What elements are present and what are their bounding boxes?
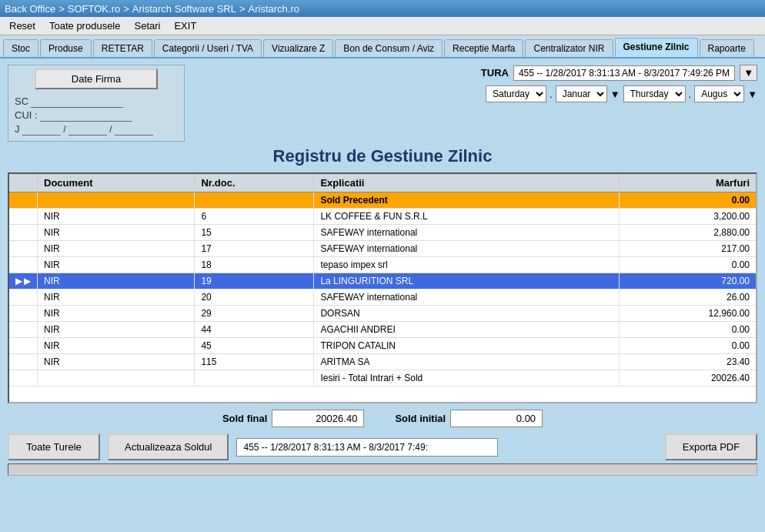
toate-turele-button[interactable]: Toate Turele bbox=[8, 433, 100, 460]
top-section: Date Firma SC CUI : J / / TURA 455 bbox=[8, 65, 757, 142]
titlebar-sep2: > bbox=[123, 3, 129, 15]
start-day-select[interactable]: Saturday bbox=[486, 85, 546, 102]
page-title: Registru de Gestiune Zilnic bbox=[8, 146, 757, 166]
start-month-select[interactable]: Januar bbox=[556, 85, 607, 102]
cell-document: NIR bbox=[38, 338, 195, 354]
table-row[interactable]: NIR44AGACHII ANDREI0.00 bbox=[9, 322, 756, 338]
table-row[interactable]: Sold Precedent0.00 bbox=[9, 192, 756, 209]
tab-rapoarte[interactable]: Rapoarte bbox=[700, 39, 754, 57]
table-row[interactable]: NIR115ARITMA SA23.40 bbox=[9, 354, 756, 370]
cell-nrdoc: 17 bbox=[195, 241, 314, 257]
cell-nrdoc: 44 bbox=[195, 322, 314, 338]
tura-value: 455 -- 1/28/2017 8:31:13 AM - 8/3/2017 7… bbox=[513, 65, 735, 81]
setari-button[interactable]: Setari bbox=[128, 18, 166, 33]
cell-arrow bbox=[9, 192, 38, 209]
titlebar-back-office: Back Office bbox=[5, 3, 55, 15]
dot2: . bbox=[689, 89, 692, 100]
sc-input[interactable] bbox=[31, 96, 123, 108]
exporta-pdf-button[interactable]: Exporta PDF bbox=[665, 433, 757, 460]
j-line: J / / bbox=[15, 123, 178, 136]
cell-explicatii: DORSAN bbox=[314, 306, 620, 322]
tab-bon-de-consum---aviz[interactable]: Bon de Consum / Aviz bbox=[335, 39, 443, 57]
tab-gestiune-zilnic[interactable]: Gestiune Zilnic bbox=[615, 38, 698, 57]
j-input[interactable] bbox=[22, 124, 61, 136]
date-range: Saturday . Januar ▼ Thursday . Augus ▼ bbox=[486, 85, 757, 102]
cell-arrow bbox=[9, 289, 38, 306]
cui-label: CUI : bbox=[15, 109, 38, 121]
sold-final-input[interactable] bbox=[272, 410, 364, 427]
actualizeaza-button[interactable]: Actualizeaza Soldul bbox=[108, 433, 229, 460]
cell-document bbox=[38, 192, 195, 209]
cell-explicatii: Iesiri - Total Intrari + Sold bbox=[314, 370, 620, 386]
cell-document bbox=[38, 370, 195, 386]
tab-vizualizare-z[interactable]: Vizualizare Z bbox=[263, 39, 333, 57]
cui-input[interactable] bbox=[40, 110, 132, 122]
cell-arrow: ▶ bbox=[9, 273, 38, 289]
sold-initial-input[interactable] bbox=[450, 410, 543, 427]
tab-retetar[interactable]: RETETAR bbox=[93, 39, 152, 57]
table-container[interactable]: Document Nr.doc. Explicatii Marfuri Sold… bbox=[8, 172, 757, 403]
cell-nrdoc: 18 bbox=[195, 257, 314, 273]
arrow-icon: ▼ bbox=[610, 89, 620, 100]
cell-explicatii: LK COFFEE & FUN S.R.L bbox=[314, 209, 620, 225]
tura-row: TURA 455 -- 1/28/2017 8:31:13 AM - 8/3/2… bbox=[481, 65, 757, 81]
cell-arrow bbox=[9, 241, 38, 257]
table-row[interactable]: NIR18tepaso impex srl0.00 bbox=[9, 257, 756, 273]
date-firma-button[interactable]: Date Firma bbox=[35, 69, 158, 89]
table-row[interactable]: NIR6LK COFFEE & FUN S.R.L3,200.00 bbox=[9, 209, 756, 225]
cell-explicatii: ARITMA SA bbox=[314, 354, 620, 370]
toate-produsele-button[interactable]: Toate produsele bbox=[43, 18, 127, 33]
j-input2[interactable] bbox=[68, 124, 107, 136]
cell-marfuri: 23.40 bbox=[620, 354, 756, 370]
cell-explicatii: AGACHII ANDREI bbox=[314, 322, 620, 338]
cell-marfuri: 0.00 bbox=[620, 257, 756, 273]
cell-nrdoc: 6 bbox=[195, 209, 314, 225]
col-explicatii: Explicatii bbox=[314, 174, 620, 192]
table-row[interactable]: NIR17SAFEWAY international217.00 bbox=[9, 241, 756, 257]
table-row[interactable]: NIR15SAFEWAY international2,880.00 bbox=[9, 225, 756, 241]
cell-document: NIR bbox=[38, 289, 195, 306]
cell-arrow bbox=[9, 370, 38, 386]
cell-explicatii: Sold Precedent bbox=[314, 192, 620, 209]
cell-nrdoc: 29 bbox=[195, 306, 314, 322]
col-nrdoc: Nr.doc. bbox=[195, 174, 314, 192]
tab-produse[interactable]: Produse bbox=[40, 39, 92, 57]
table-row[interactable]: Iesiri - Total Intrari + Sold20026.40 bbox=[9, 370, 756, 386]
cell-document: NIR bbox=[38, 322, 195, 338]
cell-document: NIR bbox=[38, 241, 195, 257]
sold-final-field: Sold final bbox=[222, 410, 365, 427]
cell-arrow bbox=[9, 322, 38, 338]
cell-nrdoc: 15 bbox=[195, 225, 314, 241]
sc-label: SC bbox=[15, 95, 28, 107]
sold-final-label: Sold final bbox=[222, 413, 268, 424]
cell-document: NIR bbox=[38, 306, 195, 322]
end-month-select[interactable]: Augus bbox=[694, 85, 744, 102]
cell-nrdoc bbox=[195, 370, 314, 386]
tab-receptie-marfa[interactable]: Receptie Marfa bbox=[444, 39, 523, 57]
bottom-scrollbar[interactable] bbox=[8, 463, 757, 476]
tab-categorii---useri---tva[interactable]: Categorii / Useri / TVA bbox=[154, 39, 262, 57]
cell-marfuri: 20026.40 bbox=[620, 370, 756, 386]
table-row[interactable]: NIR29DORSAN12,960.00 bbox=[9, 306, 756, 322]
cell-marfuri: 0.00 bbox=[620, 192, 756, 209]
exit-button[interactable]: EXIT bbox=[168, 18, 202, 33]
table-row[interactable]: NIR45TRIPON CATALIN0.00 bbox=[9, 338, 756, 354]
tura-dropdown-button[interactable]: ▼ bbox=[740, 65, 757, 81]
cell-document: NIR bbox=[38, 257, 195, 273]
cell-marfuri: 2,880.00 bbox=[620, 225, 756, 241]
tab-stoc[interactable]: Stoc bbox=[3, 39, 38, 57]
cell-nrdoc: 45 bbox=[195, 338, 314, 354]
cell-nrdoc: 20 bbox=[195, 289, 314, 306]
j-input3[interactable] bbox=[115, 124, 153, 136]
end-day-select[interactable]: Thursday bbox=[623, 85, 686, 102]
tura-label: TURA bbox=[481, 67, 509, 79]
cell-explicatii: SAFEWAY international bbox=[314, 225, 620, 241]
tab-centralizator-nir[interactable]: Centralizator NIR bbox=[525, 39, 613, 57]
table-row[interactable]: ▶NIR19La LINGURITION SRL720.00 bbox=[9, 273, 756, 289]
table-row[interactable]: NIR20SAFEWAY international26.00 bbox=[9, 289, 756, 306]
titlebar-aristarch: Aristarch.ro bbox=[249, 3, 299, 15]
titlebar-sep3: > bbox=[239, 3, 246, 15]
actualizeaza-input[interactable] bbox=[236, 438, 498, 457]
reset-button[interactable]: Reset bbox=[3, 18, 42, 33]
data-table: Document Nr.doc. Explicatii Marfuri Sold… bbox=[9, 174, 756, 386]
